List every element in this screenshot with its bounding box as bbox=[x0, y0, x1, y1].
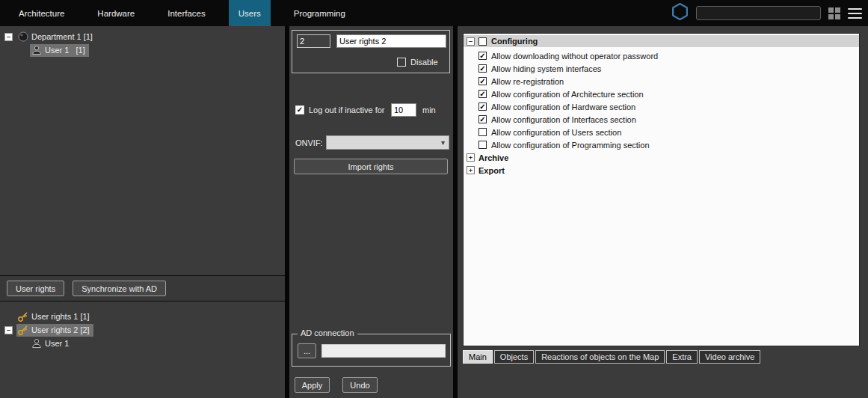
rights-item[interactable]: Allow re-registration bbox=[464, 75, 859, 88]
tree-item-label: User rights 2 [2] bbox=[31, 325, 90, 334]
minus-expander-icon[interactable]: − bbox=[467, 37, 475, 46]
key-icon bbox=[17, 311, 28, 322]
rights-tab-objects[interactable]: Objects bbox=[494, 350, 534, 364]
rights-item[interactable]: Allow configuration of Users section bbox=[464, 126, 859, 138]
tree-item-label: User 1 [1] bbox=[45, 46, 85, 55]
chevron-down-icon: ▾ bbox=[441, 138, 445, 147]
checkbox-checked-icon[interactable] bbox=[478, 52, 487, 60]
disable-checkbox[interactable] bbox=[397, 58, 406, 67]
tab-users[interactable]: Users bbox=[229, 0, 271, 26]
plus-expander-icon[interactable]: + bbox=[467, 166, 475, 174]
tree-item[interactable]: User rights 1 [1] bbox=[0, 310, 285, 323]
onvif-row: ONVIF: ▾ bbox=[295, 135, 449, 150]
ad-connection-label: AD connection bbox=[298, 328, 357, 337]
tab-interfaces[interactable]: Interfaces bbox=[158, 0, 215, 26]
tree-item[interactable]: User 1 bbox=[0, 337, 285, 350]
checkbox-unchecked-icon[interactable] bbox=[478, 128, 487, 136]
tree-item-selected[interactable]: User 1 [1] bbox=[30, 44, 89, 57]
logout-minutes-field[interactable] bbox=[391, 103, 416, 117]
tree-item[interactable]: −User rights 2 [2] bbox=[0, 323, 285, 337]
user-icon bbox=[31, 45, 42, 56]
apply-button[interactable]: Apply bbox=[295, 377, 330, 393]
left-toolbar: User rights Synchronize with AD bbox=[0, 275, 285, 301]
rights-item-label: Allow configuration of Users section bbox=[491, 128, 621, 137]
rights-item[interactable]: +Archive bbox=[464, 151, 859, 164]
rights-item-label: Allow re-registration bbox=[491, 77, 564, 86]
grid-layout-icon[interactable] bbox=[828, 7, 840, 19]
rights-item-label: Allow hiding system interfaces bbox=[491, 64, 601, 73]
topbar: ArchitectureHardwareInterfacesUsersProgr… bbox=[0, 0, 868, 26]
department-icon bbox=[17, 31, 28, 43]
key-icon bbox=[17, 325, 28, 336]
id-field[interactable] bbox=[297, 34, 330, 48]
rights-tab-video-archive[interactable]: Video archive bbox=[699, 350, 760, 364]
rights-item[interactable]: Allow configuration of Interfaces sectio… bbox=[464, 113, 859, 126]
tree-item[interactable]: User 1 [1] bbox=[0, 43, 285, 57]
topbar-tabs: ArchitectureHardwareInterfacesUsersProgr… bbox=[0, 0, 355, 26]
rights-item-label: Allow configuration of Architecture sect… bbox=[491, 90, 644, 99]
synchronize-ad-button[interactable]: Synchronize with AD bbox=[73, 281, 166, 296]
checkbox-checked-icon[interactable] bbox=[478, 64, 487, 73]
rights-item[interactable]: −Configuring bbox=[464, 35, 859, 47]
min-label: min bbox=[422, 105, 436, 114]
tab-programming[interactable]: Programming bbox=[284, 0, 355, 26]
departments-tree: −Department 1 [1]User 1 [1] bbox=[0, 26, 285, 275]
rights-checklist: −ConfiguringAllow downloading without op… bbox=[463, 33, 860, 346]
tree-item[interactable]: −Department 1 [1] bbox=[0, 30, 285, 43]
logout-checkbox[interactable] bbox=[295, 105, 304, 114]
checkbox-checked-icon[interactable] bbox=[478, 102, 487, 111]
checkbox-checked-icon[interactable] bbox=[478, 115, 487, 123]
hamburger-menu-icon[interactable] bbox=[848, 8, 862, 19]
onvif-select[interactable]: ▾ bbox=[326, 135, 449, 150]
checkbox-checked-icon[interactable] bbox=[478, 90, 487, 98]
rights-item-label: Archive bbox=[478, 153, 508, 162]
rights-item-label: Allow configuration of Hardware section bbox=[491, 102, 635, 111]
tree-item-label: Department 1 [1] bbox=[31, 32, 93, 41]
tab-architecture[interactable]: Architecture bbox=[9, 0, 74, 26]
ad-connection-groupbox: AD connection ... bbox=[292, 334, 451, 367]
rights-tab-reactions-of-objects-on-the-map[interactable]: Reactions of objects on the Map bbox=[535, 350, 665, 364]
rights-tab-extra[interactable]: Extra bbox=[666, 350, 698, 364]
tree-item-selected[interactable]: User rights 2 [2] bbox=[16, 324, 93, 337]
tree-item-body[interactable]: Department 1 [1] bbox=[16, 31, 96, 43]
checkbox-unchecked-icon[interactable] bbox=[478, 141, 487, 149]
disable-row: Disable bbox=[397, 58, 438, 67]
user-rights-button[interactable]: User rights bbox=[7, 281, 64, 296]
rights-item[interactable]: Allow downloading without operator passw… bbox=[464, 49, 859, 62]
logout-label: Log out if inactive for bbox=[309, 105, 391, 114]
rights-item-label: Allow downloading without operator passw… bbox=[491, 52, 658, 61]
tree-item-body[interactable]: User 1 bbox=[30, 337, 73, 350]
undo-button[interactable]: Undo bbox=[342, 377, 378, 393]
checkbox-unchecked-icon[interactable] bbox=[478, 37, 487, 46]
topbar-right bbox=[671, 0, 862, 26]
import-rights-button[interactable]: Import rights bbox=[294, 159, 448, 174]
rights-item[interactable]: Allow hiding system interfaces bbox=[464, 62, 859, 75]
disable-label: Disable bbox=[410, 58, 438, 67]
tree-item-label: User rights 1 [1] bbox=[31, 312, 90, 321]
name-field[interactable] bbox=[336, 34, 446, 48]
left-panel: −Department 1 [1]User 1 [1] User rights … bbox=[0, 26, 285, 398]
minus-expander-icon[interactable]: − bbox=[4, 326, 13, 334]
user-icon bbox=[31, 338, 42, 349]
tree-item-body[interactable]: User rights 1 [1] bbox=[16, 310, 93, 323]
rights-item[interactable]: +Export bbox=[464, 164, 859, 177]
editor-panel: Disable Log out if inactive for min ONVI… bbox=[289, 26, 453, 398]
ad-connection-field[interactable] bbox=[321, 344, 446, 358]
minus-expander-icon[interactable]: − bbox=[4, 33, 13, 41]
checkbox-checked-icon[interactable] bbox=[478, 77, 487, 85]
tab-hardware[interactable]: Hardware bbox=[87, 0, 144, 26]
rights-item-label: Export bbox=[478, 166, 505, 175]
rights-item-label: Configuring bbox=[491, 37, 538, 46]
ad-browse-button[interactable]: ... bbox=[298, 343, 316, 358]
rights-tab-main[interactable]: Main bbox=[463, 350, 493, 364]
search-input[interactable] bbox=[696, 6, 821, 20]
editor-actions: Apply Undo bbox=[295, 377, 378, 393]
rights-item-label: Allow configuration of Interfaces sectio… bbox=[491, 115, 636, 124]
rights-item[interactable]: Allow configuration of Architecture sect… bbox=[464, 88, 859, 100]
plus-expander-icon[interactable]: + bbox=[467, 153, 475, 162]
rights-item[interactable]: Allow configuration of Hardware section bbox=[464, 100, 859, 113]
rights-item[interactable]: Allow configuration of Programming secti… bbox=[464, 138, 859, 151]
hexagon-logo-icon bbox=[671, 2, 689, 24]
logout-row: Log out if inactive for min bbox=[295, 103, 436, 117]
rights-panel: −ConfiguringAllow downloading without op… bbox=[458, 26, 868, 398]
